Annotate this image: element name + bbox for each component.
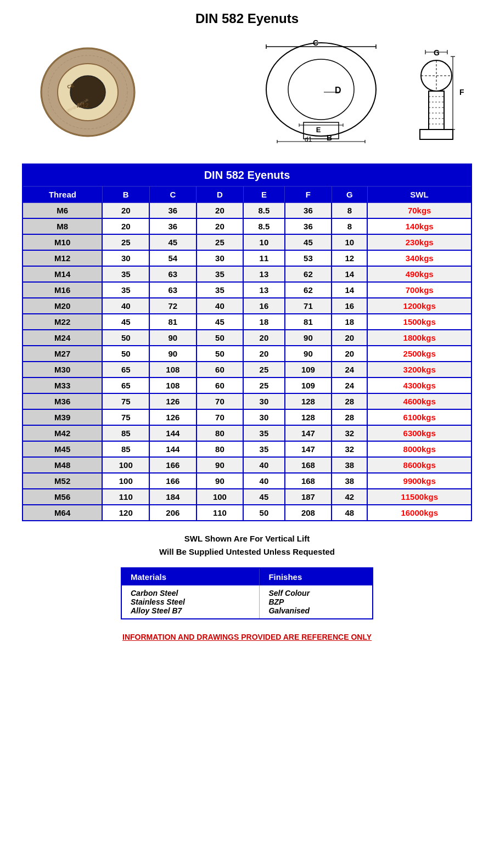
b-cell: 25 (102, 234, 149, 250)
c-cell: 81 (149, 314, 197, 330)
d-cell: 80 (197, 441, 244, 457)
swl-cell: 9900kgs (367, 473, 471, 489)
f-cell: 208 (285, 505, 332, 521)
swl-cell: 1500kgs (367, 314, 471, 330)
f-cell: 53 (285, 250, 332, 266)
g-cell: 8 (332, 218, 367, 234)
table-row: M36751267030128284600kgs (23, 393, 471, 409)
b-cell: 100 (102, 473, 149, 489)
thread-cell: M45 (23, 441, 102, 457)
e-cell: 20 (243, 346, 284, 362)
g-cell: 12 (332, 250, 367, 266)
swl-note: SWL Shown Are For Vertical Lift Will Be … (22, 532, 472, 559)
thread-cell: M20 (23, 298, 102, 314)
d-cell: 45 (197, 314, 244, 330)
b-cell: 65 (102, 377, 149, 393)
thread-cell: M56 (23, 489, 102, 505)
c-cell: 166 (149, 473, 197, 489)
top-section: CE M12 liftingsafety.uk C D (22, 37, 472, 147)
swl-cell: 8000kgs (367, 441, 471, 457)
swl-cell: 230kgs (367, 234, 471, 250)
header-b: B (102, 187, 149, 203)
e-cell: 40 (243, 473, 284, 489)
f-cell: 187 (285, 489, 332, 505)
materials-wrapper: Materials Finishes Carbon SteelStainless… (22, 567, 472, 619)
d-cell: 60 (197, 362, 244, 377)
g-cell: 20 (332, 330, 367, 346)
header-row: Thread B C D E F G SWL (23, 187, 471, 203)
e-cell: 13 (243, 282, 284, 298)
b-cell: 110 (102, 489, 149, 505)
swl-cell: 16000kgs (367, 505, 471, 521)
thread-cell: M64 (23, 505, 102, 521)
b-cell: 35 (102, 266, 149, 282)
b-cell: 85 (102, 425, 149, 441)
g-cell: 20 (332, 346, 367, 362)
c-cell: 45 (149, 234, 197, 250)
e-cell: 45 (243, 489, 284, 505)
d-cell: 25 (197, 234, 244, 250)
d-cell: 70 (197, 393, 244, 409)
header-f: F (285, 187, 332, 203)
page-title: DIN 582 Eyenuts (22, 11, 472, 26)
g-cell: 14 (332, 266, 367, 282)
f-cell: 168 (285, 457, 332, 473)
g-cell: 32 (332, 441, 367, 457)
g-cell: 24 (332, 377, 367, 393)
f-cell: 36 (285, 203, 332, 219)
table-row: M56110184100451874211500kgs (23, 489, 471, 505)
d-cell: 35 (197, 282, 244, 298)
c-cell: 108 (149, 362, 197, 377)
f-cell: 109 (285, 377, 332, 393)
d-cell: 20 (197, 218, 244, 234)
materials-list: Carbon SteelStainless SteelAlloy Steel B… (121, 585, 260, 619)
table-row: M481001669040168388600kgs (23, 457, 471, 473)
b-cell: 50 (102, 346, 149, 362)
f-cell: 81 (285, 314, 332, 330)
f-cell: 109 (285, 362, 332, 377)
g-cell: 38 (332, 473, 367, 489)
swl-note-line2: Will Be Supplied Untested Unless Request… (22, 545, 472, 559)
g-cell: 18 (332, 314, 367, 330)
swl-cell: 8600kgs (367, 457, 471, 473)
table-row: M245090502090201800kgs (23, 330, 471, 346)
svg-text:G: G (434, 48, 440, 57)
g-cell: 48 (332, 505, 367, 521)
e-cell: 25 (243, 377, 284, 393)
swl-cell: 70kgs (367, 203, 471, 219)
svg-rect-33 (429, 91, 444, 129)
f-cell: 71 (285, 298, 332, 314)
g-cell: 10 (332, 234, 367, 250)
e-cell: 11 (243, 250, 284, 266)
thread-cell: M8 (23, 218, 102, 234)
b-cell: 100 (102, 457, 149, 473)
c-cell: 126 (149, 409, 197, 425)
c-cell: 63 (149, 282, 197, 298)
g-cell: 8 (332, 203, 367, 219)
swl-cell: 11500kgs (367, 489, 471, 505)
header-d: D (197, 187, 244, 203)
c-cell: 144 (149, 425, 197, 441)
thread-cell: M24 (23, 330, 102, 346)
e-cell: 25 (243, 362, 284, 377)
f-cell: 62 (285, 266, 332, 282)
g-cell: 14 (332, 282, 367, 298)
swl-cell: 340kgs (367, 250, 471, 266)
g-cell: 24 (332, 362, 367, 377)
b-cell: 65 (102, 362, 149, 377)
c-cell: 63 (149, 266, 197, 282)
e-cell: 13 (243, 266, 284, 282)
svg-text:B: B (327, 133, 332, 142)
b-cell: 75 (102, 409, 149, 425)
table-row: M45851448035147328000kgs (23, 441, 471, 457)
thread-cell: M48 (23, 457, 102, 473)
b-cell: 120 (102, 505, 149, 521)
swl-cell: 1200kgs (367, 298, 471, 314)
thread-cell: M6 (23, 203, 102, 219)
e-cell: 35 (243, 441, 284, 457)
header-c: C (149, 187, 197, 203)
g-cell: 42 (332, 489, 367, 505)
b-cell: 35 (102, 282, 149, 298)
g-cell: 32 (332, 425, 367, 441)
g-cell: 16 (332, 298, 367, 314)
